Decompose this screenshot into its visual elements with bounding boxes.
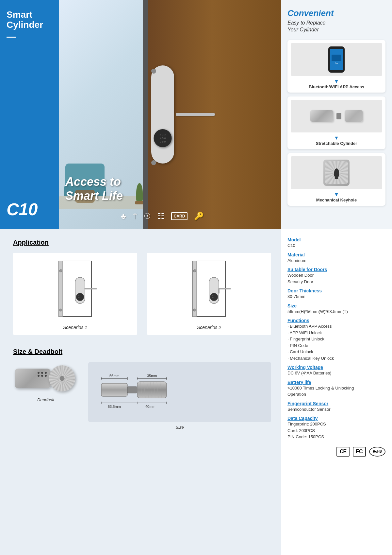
spec-voltage-label: Working Voltage — [287, 365, 385, 370]
spec-size: Size 56mm(H)*56mm(W)*63.5mm(T) — [287, 303, 385, 315]
convenient-sub: Easy to Replace Your Cylinder — [287, 20, 385, 33]
application-diagrams: 1 2 3 4 Scenarios 1 — [13, 253, 271, 335]
right-specs-panel: Model C10 Material Aluminum Suitable for… — [281, 229, 392, 555]
size-deadbolt-title: Size & Deadbolt — [13, 348, 271, 356]
keypad-icon: ☷ — [157, 212, 165, 221]
spec-fingerprint: Fingerprint Sensor Semiconductor Sensor — [287, 401, 385, 413]
cylinder-down-arrow: ▼ — [334, 135, 339, 141]
hero-text-overlay: Access to Smart Life — [65, 175, 123, 203]
bluetooth-icon: ♣ — [121, 212, 126, 221]
spec-model-label: Model — [287, 237, 385, 242]
spec-suitable-value: Wooden DoorSecurity Door — [287, 272, 385, 285]
size-svg: 56mm 35mm 63.5mm — [95, 369, 193, 414]
spec-suitable-label: Suitable for Doors — [287, 267, 385, 272]
bluetooth-feature-label: Bluetooth/WiFi APP Access — [291, 84, 382, 89]
scenario-1-box: 1 2 3 4 Scenarios 1 — [13, 253, 137, 335]
fc-badge: FC — [353, 447, 366, 457]
scenario-2-box: 1 2 3 4 Scenarios 2 — [147, 253, 271, 335]
size-visual: 56mm 35mm 63.5mm — [88, 362, 271, 422]
spec-size-label: Size — [287, 303, 385, 308]
bluetooth-down-arrow: ▼ — [334, 78, 339, 84]
title-underline — [7, 37, 16, 38]
spec-model: Model C10 — [287, 237, 385, 249]
door-panel: 1 2 34 5 67 8 9 — [143, 0, 281, 229]
spec-material: Material Aluminum — [287, 252, 385, 264]
deadbolt-visual — [15, 362, 77, 395]
spec-fingerprint-label: Fingerprint Sensor — [287, 401, 385, 406]
spec-thickness-label: Door Thickness — [287, 288, 385, 293]
scenario-1-label: Scenarios 1 — [63, 325, 87, 330]
scenario-2-label: Scenarios 2 — [197, 325, 221, 330]
feature-card-keyhole: ▼ Mechanical Keyhole — [287, 153, 385, 206]
deadbolt-image: Deadbolt — [13, 362, 78, 402]
spec-capacity-value: Fingerprint: 200PCS Card: 200PCS PIN Cod… — [287, 421, 385, 440]
svg-text:3 4: 3 4 — [78, 297, 80, 299]
cylinder-feature-img — [291, 100, 382, 132]
feature-card-bluetooth: App ▼ Bluetooth/WiFi APP Access — [287, 40, 385, 93]
svg-text:40mm: 40mm — [145, 405, 155, 408]
spec-voltage: Working Voltage DC 6V (4*AA Batteries) — [287, 365, 385, 376]
spec-battery-value: >10000 Times Locking & UnlockingOperatio… — [287, 385, 385, 398]
product-title: Smart Cylinder — [7, 10, 52, 30]
top-section: Smart Cylinder C10 — [0, 0, 392, 229]
blue-sidebar: Smart Cylinder C10 — [0, 0, 59, 229]
spec-suitable: Suitable for Doors Wooden DoorSecurity D… — [287, 267, 385, 285]
spec-size-value: 56mm(H)*56mm(W)*63.5mm(T) — [287, 309, 348, 314]
spec-thickness-value: 30-75mm — [287, 294, 305, 299]
scenario-1-diagram: 1 2 3 4 — [46, 258, 105, 323]
wifi-icon: ⍑ — [133, 212, 137, 221]
fingerprint-icon: ☉ — [144, 212, 151, 221]
phone-screen: App — [330, 49, 343, 70]
spec-functions-label: Functions — [287, 318, 385, 323]
keyhole-down-arrow: ▼ — [334, 192, 339, 198]
convenient-title: Convenient — [287, 8, 385, 18]
application-title: Application — [13, 239, 271, 246]
keyhole-feature-label: Mechanical Keyhole — [291, 198, 382, 202]
svg-text:35mm: 35mm — [147, 374, 157, 378]
spec-battery: Battery life >10000 Times Locking & Unlo… — [287, 380, 385, 398]
phone-mockup: App — [328, 46, 345, 73]
bottom-section: Application 1 2 — [0, 229, 392, 555]
bluetooth-arrow-row: ▼ — [291, 78, 382, 84]
keyhole-feature-img — [291, 156, 382, 189]
key-icon: 🔑 — [194, 212, 204, 221]
hero-image-area: 1 2 34 5 67 8 9 Access to Smart Life ♣ ⍑… — [59, 0, 281, 229]
keyhole-visual — [323, 160, 350, 186]
spec-capacity: Data Capacity Fingerprint: 200PCS Card: … — [287, 416, 385, 440]
access-icons-row: ♣ ⍑ ☉ ☷ CARD 🔑 — [121, 212, 204, 221]
cylinder-visual — [310, 110, 363, 122]
rohs-badge: RoHS — [369, 447, 385, 457]
svg-point-18 — [193, 309, 196, 311]
cylinder-feature-label: Stretchable Cylinder — [291, 141, 382, 146]
spec-material-value: Aluminum — [287, 258, 306, 263]
feature-card-cylinder: ▼ Stretchable Cylinder — [287, 96, 385, 149]
svg-point-8 — [59, 309, 62, 311]
svg-point-17 — [193, 269, 196, 272]
svg-text:63.5mm: 63.5mm — [108, 405, 121, 408]
hero-background: 1 2 34 5 67 8 9 Access to Smart Life ♣ ⍑… — [59, 0, 281, 229]
right-info-panel: Convenient Easy to Replace Your Cylinder… — [281, 0, 392, 229]
size-deadbolt-area: Deadbolt — [13, 362, 271, 430]
model-label: C10 — [7, 101, 52, 219]
svg-rect-19 — [101, 383, 127, 396]
svg-text:56mm: 56mm — [109, 374, 120, 378]
svg-rect-21 — [137, 382, 167, 398]
spec-voltage-value: DC 6V (4*AA Batteries) — [287, 371, 331, 375]
svg-rect-20 — [127, 387, 137, 393]
ce-badge: CE — [336, 447, 350, 457]
spec-thickness: Door Thickness 30-75mm — [287, 288, 385, 300]
certification-row: CE FC RoHS — [287, 447, 385, 457]
svg-point-7 — [59, 269, 62, 272]
scenario-2-diagram: 1 2 3 4 — [180, 258, 238, 323]
spec-battery-label: Battery life — [287, 380, 385, 385]
svg-text:3 4: 3 4 — [212, 297, 214, 299]
cylinder-arrow-row: ▼ — [291, 135, 382, 141]
spec-material-label: Material — [287, 252, 385, 257]
size-label: Size — [88, 425, 271, 430]
spec-functions: Functions · Bluetooth APP Access · APP W… — [287, 318, 385, 361]
keyhole-arrow-row: ▼ — [291, 192, 382, 198]
card-icon: CARD — [171, 212, 188, 220]
size-section: Size & Deadbolt — [13, 348, 271, 430]
bluetooth-feature-img: App — [291, 43, 382, 76]
spec-capacity-label: Data Capacity — [287, 416, 385, 421]
